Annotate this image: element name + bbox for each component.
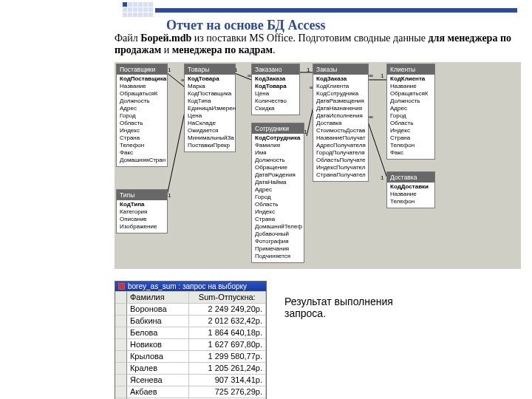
table-title: Заказы [313, 64, 368, 75]
rel-inf: ∞ [369, 114, 373, 120]
table-row[interactable]: Ясенева907 314,41р. [115, 374, 266, 386]
table-clients[interactable]: Клиенты КодКлиента Название ОбращатьсяК … [386, 64, 435, 160]
svg-line-6 [367, 120, 388, 180]
table-types[interactable]: Типы КодТипа Категория Описание Изображе… [116, 189, 168, 233]
query-titlebar[interactable]: borey_as_sum : запрос на выборку [115, 282, 266, 291]
table-title: Поставщики [117, 64, 167, 75]
relationships-diagram: 1 ∞ 1 1 ∞ ∞ 1 1 ∞ ∞ 1 ∞ 1 Поставщики Код… [115, 62, 521, 269]
table-suppliers[interactable]: Поставщики КодПоставщика Название Обраща… [116, 64, 168, 167]
rel-one: 1 [381, 174, 383, 181]
rel-one: 1 [168, 192, 171, 199]
col-header[interactable]: Sum-Отпускна: [189, 292, 266, 303]
rel-one: 1 [168, 66, 171, 73]
result-caption: Результат выполнения запроса. [284, 296, 403, 319]
table-row[interactable]: Бабкина2 012 632,42р. [115, 315, 266, 327]
table-row[interactable]: Белова1 864 640,18р. [115, 327, 266, 338]
query-grid[interactable]: Фамилия Sum-Отпускна: Воронова2 249 249,… [115, 291, 266, 399]
datasheet-icon [118, 283, 125, 290]
table-orders[interactable]: Заказы КодЗаказа КодКлиента КодСотрудник… [313, 64, 369, 182]
query-header-row: Фамилия Sum-Отпускна: [115, 291, 266, 303]
table-row[interactable]: Акбаев725 276,29р. [115, 386, 266, 398]
subtitle: Файл Борей.mdb из поставки MS Office. По… [115, 33, 521, 56]
table-title: Доставка [387, 172, 434, 183]
table-goods[interactable]: Товары КодТовара Марка КодПоставщика Код… [184, 64, 236, 152]
rel-inf: ∞ [369, 72, 373, 79]
table-row[interactable]: Крылова1 299 580,77р. [115, 350, 266, 362]
col-header[interactable]: Фамилия [127, 292, 189, 303]
result-area: Результат выполнения запроса. borey_as_s… [115, 281, 521, 399]
rel-one: 1 [381, 72, 383, 79]
table-title: Товары [185, 64, 235, 75]
header-bar [155, 8, 517, 13]
rel-one: 1 [307, 66, 310, 73]
table-title: Сотрудники [252, 123, 304, 134]
table-title: Заказано [252, 64, 299, 75]
table-ordered[interactable]: Заказано КодЗаказа КодТовара Цена Количе… [251, 64, 300, 115]
query-title-text: borey_as_sum : запрос на выборку [128, 282, 247, 290]
table-row[interactable]: Воронова2 249 249,20р. [115, 303, 266, 315]
table-row[interactable]: Кралев1 205 261,24р. [115, 362, 266, 374]
table-row[interactable]: Новиков1 627 697,80р. [115, 338, 266, 350]
table-title: Типы [117, 190, 167, 200]
page-title: Отчет на основе БД Access [166, 18, 325, 33]
table-employees[interactable]: Сотрудники КодСотрудника Фамилия Имя Дол… [251, 123, 304, 263]
header-accent [122, 1, 154, 18]
table-delivery[interactable]: Доставка КодДоставки Название Телефон [386, 171, 435, 208]
query-window[interactable]: borey_as_sum : запрос на выборку Фамилия… [115, 281, 267, 399]
table-title: Клиенты [387, 64, 434, 75]
